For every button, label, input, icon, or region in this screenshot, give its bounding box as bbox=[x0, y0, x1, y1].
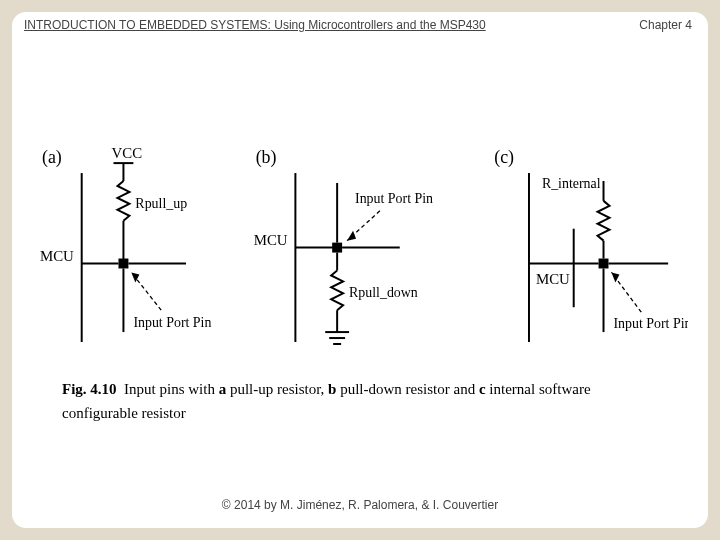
book-title: INTRODUCTION TO EMBEDDED SYSTEMS: Using … bbox=[24, 18, 486, 32]
panel-c: (c) R_internal bbox=[494, 147, 688, 342]
svg-marker-32 bbox=[611, 272, 619, 282]
pin-c-label: Input Port Pin bbox=[613, 316, 688, 331]
mcu-c-label: MCU bbox=[536, 271, 570, 287]
svg-rect-23 bbox=[599, 259, 609, 269]
figure-area: (a) VCC Rpull_up MCU bbox=[32, 57, 688, 468]
panel-tag-b: (b) bbox=[256, 147, 277, 168]
caption-label: Fig. 4.10 bbox=[62, 381, 117, 397]
chapter-label: Chapter 4 bbox=[639, 18, 692, 32]
mcu-b-label: MCU bbox=[254, 232, 288, 248]
resistor-b-label: Rpull_down bbox=[349, 285, 418, 300]
pin-b-label: Input Port Pin bbox=[355, 191, 433, 206]
figure-caption: Fig. 4.10 Input pins with a pull-up resi… bbox=[62, 377, 658, 425]
resistor-a-label: Rpull_up bbox=[135, 196, 187, 211]
panel-tag-a: (a) bbox=[42, 147, 62, 168]
svg-rect-3 bbox=[118, 259, 128, 269]
svg-rect-12 bbox=[332, 243, 342, 253]
panel-a: (a) VCC Rpull_up MCU bbox=[40, 145, 212, 342]
header-bar: INTRODUCTION TO EMBEDDED SYSTEMS: Using … bbox=[24, 18, 696, 32]
vcc-label: VCC bbox=[112, 145, 143, 161]
slide-card: INTRODUCTION TO EMBEDDED SYSTEMS: Using … bbox=[12, 12, 708, 528]
svg-marker-21 bbox=[347, 231, 356, 241]
footer-copyright: © 2014 by M. Jiménez, R. Palomera, & I. … bbox=[12, 498, 708, 512]
panel-tag-c: (c) bbox=[494, 147, 514, 168]
mcu-a-label: MCU bbox=[40, 248, 74, 264]
resistor-c-label: R_internal bbox=[542, 176, 601, 191]
pin-a-label: Input Port Pin bbox=[133, 315, 211, 330]
panel-b: (b) MCU Rpull_down bbox=[254, 147, 433, 344]
